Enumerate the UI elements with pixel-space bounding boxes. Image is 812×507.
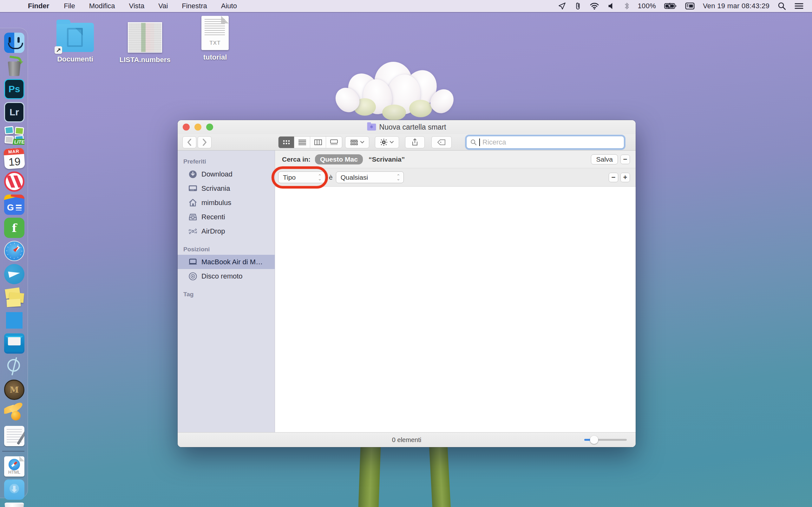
- bluetooth-icon[interactable]: [624, 2, 629, 10]
- dock-item-textedit[interactable]: [4, 426, 24, 446]
- title-bar[interactable]: Nuova cartella smart: [177, 120, 636, 134]
- list-view-button[interactable]: [294, 136, 310, 148]
- dock-item-mail[interactable]: [4, 333, 24, 354]
- desktop-icon-tutorial[interactable]: TXT tutorial: [187, 16, 244, 61]
- dock-item-golden-snitch-app[interactable]: [4, 403, 24, 423]
- column-view-button[interactable]: [310, 136, 326, 148]
- icon-size-slider[interactable]: [584, 439, 627, 441]
- paperclip-icon[interactable]: [574, 2, 581, 10]
- menu-modifica[interactable]: Modifica: [82, 2, 122, 10]
- send-arrow-icon[interactable]: [558, 2, 566, 10]
- sidebar-item-label: MacBook Air di M…: [201, 258, 263, 266]
- action-gear-button[interactable]: [375, 136, 399, 148]
- volume-icon[interactable]: [607, 2, 616, 10]
- dock-item-html-file[interactable]: HTML: [4, 456, 24, 476]
- dock-item-trash[interactable]: [4, 503, 24, 507]
- zoom-button[interactable]: [206, 124, 213, 130]
- spreadsheet-thumbnail-icon: [128, 22, 162, 53]
- filter-criteria-row: Tipo ⌃⌄ è Qualsiasi ⌃⌄ − +: [275, 168, 636, 187]
- sidebar-item-airdrop[interactable]: AirDrop: [177, 224, 275, 238]
- icon-view-button[interactable]: [278, 136, 294, 148]
- popup-value: Tipo: [283, 174, 296, 181]
- forward-button[interactable]: [198, 136, 212, 148]
- dock: Ps Lr LITE MAR 19 G f M HTML: [0, 28, 28, 498]
- textedit-icon: [4, 426, 24, 446]
- back-button[interactable]: [183, 136, 196, 148]
- menu-app-finder[interactable]: Finder: [20, 2, 57, 10]
- wallpaper-stem: [429, 447, 451, 507]
- desktop-icon-label: Documenti: [57, 55, 93, 63]
- dock-item-apple-news[interactable]: [4, 171, 24, 192]
- sidebar-item-macbook-air[interactable]: MacBook Air di M…: [177, 255, 275, 269]
- search-field[interactable]: Ricerca: [466, 136, 624, 149]
- dock-item-calendar[interactable]: MAR 19: [4, 148, 24, 169]
- close-button[interactable]: [183, 124, 190, 130]
- share-button[interactable]: [405, 136, 425, 148]
- keyboard-viewer-icon[interactable]: [685, 2, 695, 10]
- menu-bar: Finder File Modifica Vista Vai Finestra …: [0, 0, 812, 12]
- dock-item-photoshop[interactable]: Ps: [4, 79, 24, 99]
- menu-vai[interactable]: Vai: [151, 2, 175, 10]
- sidebar-item-label: Scrivania: [201, 184, 230, 193]
- dock-item-downloads[interactable]: [4, 480, 24, 500]
- dock-item-safari[interactable]: [4, 241, 24, 261]
- desktop-icon: [189, 185, 197, 192]
- search-scope-header: Cerca in: Questo Mac “Scrivania” Salva −: [275, 151, 636, 168]
- desktop-icon-documenti[interactable]: ↗ Documenti: [47, 18, 104, 63]
- menu-vista[interactable]: Vista: [122, 2, 152, 10]
- results-area[interactable]: [275, 187, 636, 432]
- sidebar-item-download[interactable]: Download: [177, 167, 275, 181]
- save-button[interactable]: Salva: [591, 154, 618, 164]
- laptop-icon: [189, 259, 197, 266]
- dock-item-google-news[interactable]: G: [4, 194, 24, 215]
- slider-thumb[interactable]: [590, 436, 598, 444]
- menu-list-icon[interactable]: [794, 2, 804, 10]
- dock-item-feedly[interactable]: f: [4, 218, 24, 238]
- sidebar-item-disco-remoto[interactable]: Disco remoto: [177, 269, 275, 283]
- dock-item-phi-app[interactable]: [4, 356, 24, 377]
- tag-button[interactable]: [432, 136, 452, 148]
- popup-chevrons-icon: ⌃⌄: [397, 175, 400, 180]
- lightroom-icon: Lr: [4, 102, 24, 122]
- sidebar-item-scrivania[interactable]: Scrivania: [177, 181, 275, 195]
- collapse-criteria-button[interactable]: −: [620, 155, 630, 164]
- recents-tray-icon: [189, 213, 197, 221]
- attribute-popup-tipo[interactable]: Tipo ⌃⌄: [278, 171, 325, 183]
- menu-file[interactable]: File: [57, 2, 82, 10]
- alias-arrow-badge: ↗: [55, 46, 62, 54]
- dock-item-recycle-app[interactable]: [4, 56, 24, 76]
- wifi-icon[interactable]: [590, 2, 599, 10]
- scope-scrivania-button[interactable]: “Scrivania”: [368, 156, 405, 163]
- dock-item-medallion-app[interactable]: M: [4, 380, 24, 400]
- menu-finestra[interactable]: Finestra: [175, 2, 214, 10]
- dock-item-lightroom[interactable]: Lr: [4, 102, 24, 122]
- gallery-view-button[interactable]: [326, 136, 342, 148]
- battery-charging-icon[interactable]: [664, 3, 677, 9]
- smart-folder-icon: [367, 124, 376, 130]
- value-popup-qualsiasi[interactable]: Qualsiasi ⌃⌄: [336, 171, 404, 183]
- status-bar: 0 elementi: [177, 432, 636, 447]
- dock-item-collage-lite[interactable]: LITE: [4, 125, 24, 146]
- sidebar-item-mimbulus[interactable]: mimbulus: [177, 195, 275, 210]
- recycle-bin-app-icon: [4, 56, 24, 76]
- dock-item-stickies[interactable]: [4, 287, 24, 307]
- dock-item-vscode[interactable]: [4, 310, 24, 331]
- spotlight-search-icon[interactable]: [778, 2, 786, 10]
- txt-badge: TXT: [201, 40, 229, 46]
- menu-aiuto[interactable]: Aiuto: [214, 2, 244, 10]
- desktop-icon-lista-numbers[interactable]: LISTA.numbers: [116, 18, 173, 64]
- downloads-folder-icon: [4, 480, 24, 500]
- group-button[interactable]: [345, 136, 369, 148]
- sidebar-item-recenti[interactable]: Recenti: [177, 210, 275, 224]
- medallion-app-icon: M: [4, 380, 24, 400]
- dock-item-telegram[interactable]: [4, 264, 24, 284]
- remove-criterion-button[interactable]: −: [609, 173, 618, 182]
- add-criterion-button[interactable]: +: [620, 173, 630, 182]
- scope-questo-mac-button[interactable]: Questo Mac: [315, 154, 363, 164]
- minimize-button[interactable]: [194, 124, 201, 130]
- menu-clock[interactable]: Ven 19 mar 08:43:29: [703, 2, 769, 10]
- finder-window: Nuova cartella smart: [177, 120, 636, 447]
- sidebar-section-posizioni: Posizioni: [177, 243, 275, 255]
- dock-item-finder[interactable]: [4, 33, 24, 53]
- sidebar: Preferiti Download Scrivania mimbulus Re…: [177, 151, 275, 432]
